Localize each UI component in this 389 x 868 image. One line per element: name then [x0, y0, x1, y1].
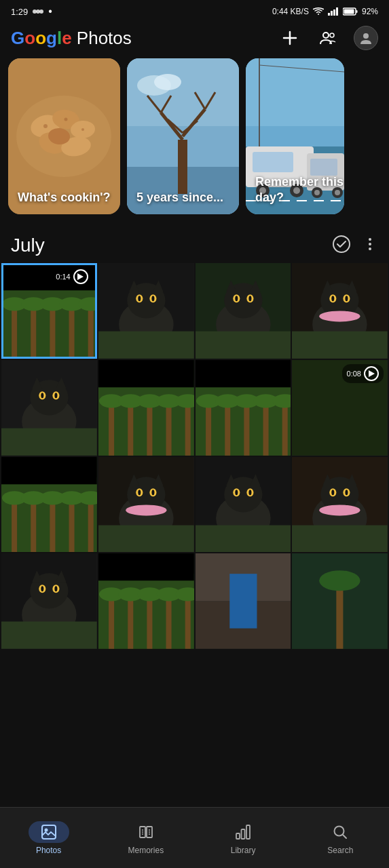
section-title: July: [11, 235, 45, 256]
more-options-button[interactable]: [362, 236, 378, 255]
photo-cell-p8[interactable]: 0:08: [292, 360, 388, 456]
check-circle-icon: [332, 235, 351, 254]
svg-rect-210: [98, 553, 194, 580]
memory-label-tree: 5 years since...: [136, 190, 223, 205]
svg-point-195: [41, 587, 43, 592]
nav-icon-memories: [126, 821, 166, 843]
svg-point-196: [54, 587, 57, 592]
nav-item-search[interactable]: Search: [292, 821, 389, 855]
memory-card-food[interactable]: What's cookin'?: [8, 58, 120, 214]
photo-cell-p5[interactable]: [1, 360, 97, 456]
svg-rect-187: [292, 525, 388, 552]
network-speed: 0:44 KB/S: [272, 7, 309, 16]
svg-rect-229: [236, 833, 240, 839]
svg-point-104: [319, 311, 360, 321]
svg-rect-147: [31, 498, 36, 552]
svg-point-23: [43, 124, 48, 128]
svg-rect-219: [42, 825, 56, 839]
video-duration: 0:08: [347, 370, 361, 378]
svg-rect-133: [225, 401, 230, 455]
signal-icon: [328, 7, 339, 16]
video-duration: 0:14: [56, 273, 70, 281]
svg-rect-202: [128, 595, 133, 649]
status-time: 1:29: [11, 7, 28, 17]
add-button[interactable]: [278, 26, 302, 50]
photo-cell-p11[interactable]: [196, 457, 291, 553]
photo-thumbnail-p9: [1, 457, 97, 553]
nav-item-photos[interactable]: Photos: [0, 821, 97, 855]
photo-cell-p16[interactable]: [292, 553, 388, 649]
nav-label-memories: Memories: [128, 846, 164, 855]
svg-point-2: [39, 9, 43, 14]
svg-rect-128: [98, 360, 194, 387]
check-circle-button[interactable]: [332, 235, 351, 256]
nav-label-search: Search: [327, 846, 353, 855]
app-title: Google Photos: [11, 28, 132, 49]
bottom-nav: Photos Memories Library: [0, 807, 389, 868]
photo-thumbnail-p3: [196, 263, 291, 359]
svg-rect-200: [109, 595, 114, 649]
share-button[interactable]: [316, 26, 340, 50]
wifi-icon: [313, 7, 324, 16]
photo-cell-p14[interactable]: [98, 553, 194, 649]
photo-cell-p7[interactable]: [196, 360, 291, 456]
avatar[interactable]: [354, 26, 378, 50]
svg-point-60: [369, 243, 371, 245]
svg-rect-166: [98, 525, 194, 552]
memory-card-tree[interactable]: 5 years since...: [127, 58, 239, 214]
status-left: 1:29 •: [11, 5, 52, 18]
video-badge-p8: 0:08: [342, 364, 384, 383]
top-bar: Google Photos: [0, 20, 389, 58]
photo-thumbnail-p2: [98, 263, 194, 359]
photo-cell-p3[interactable]: [196, 263, 291, 359]
top-bar-actions: [278, 26, 378, 50]
photo-cell-p6[interactable]: [98, 360, 194, 456]
nav-icon-photos: [29, 821, 69, 843]
photo-cell-p9[interactable]: [1, 457, 97, 553]
svg-rect-115: [1, 428, 97, 455]
svg-rect-141: [196, 360, 291, 387]
photo-cell-p10[interactable]: [98, 457, 194, 553]
svg-rect-126: [185, 401, 190, 455]
svg-rect-208: [185, 595, 190, 649]
svg-point-165: [126, 505, 166, 515]
photo-thumbnail-p4: [292, 263, 388, 359]
svg-rect-122: [147, 401, 152, 455]
photo-thumbnail-p16: [292, 553, 388, 649]
svg-rect-41: [246, 58, 344, 126]
photo-thumbnail-p14: [98, 553, 194, 649]
photo-thumbnail-p7: [196, 360, 291, 456]
svg-point-218: [319, 570, 360, 591]
memories-icon: [138, 824, 154, 840]
svg-rect-84: [98, 332, 194, 359]
svg-rect-155: [1, 457, 97, 484]
photo-cell-p1[interactable]: 0:14: [1, 263, 97, 359]
battery-icon: [343, 7, 358, 16]
svg-point-58: [333, 236, 350, 252]
photo-cell-p12[interactable]: [292, 457, 388, 553]
photo-cell-p4[interactable]: [292, 263, 388, 359]
photo-cell-p2[interactable]: [98, 263, 194, 359]
search-icon: [332, 824, 348, 840]
play-icon: [77, 273, 84, 280]
svg-rect-9: [356, 10, 357, 13]
photo-cell-p13[interactable]: [1, 553, 97, 649]
more-vert-icon: [362, 236, 378, 252]
photo-thumbnail-p12: [292, 457, 388, 553]
svg-rect-50: [310, 159, 337, 176]
nav-label-library: Library: [231, 846, 256, 855]
svg-rect-64: [12, 304, 17, 358]
nav-item-memories[interactable]: Memories: [97, 821, 194, 855]
memory-card-car[interactable]: Remember this day?: [246, 58, 344, 214]
photo-cell-p15[interactable]: [196, 553, 291, 649]
nav-item-library[interactable]: Library: [195, 821, 292, 855]
svg-point-59: [369, 238, 371, 241]
photo-thumbnail-p15: [196, 553, 291, 649]
svg-point-92: [235, 296, 238, 301]
svg-point-102: [332, 296, 335, 301]
svg-rect-44: [253, 152, 293, 172]
svg-rect-68: [50, 304, 55, 358]
svg-point-25: [81, 128, 84, 131]
svg-point-164: [151, 490, 154, 495]
svg-point-186: [319, 505, 360, 515]
